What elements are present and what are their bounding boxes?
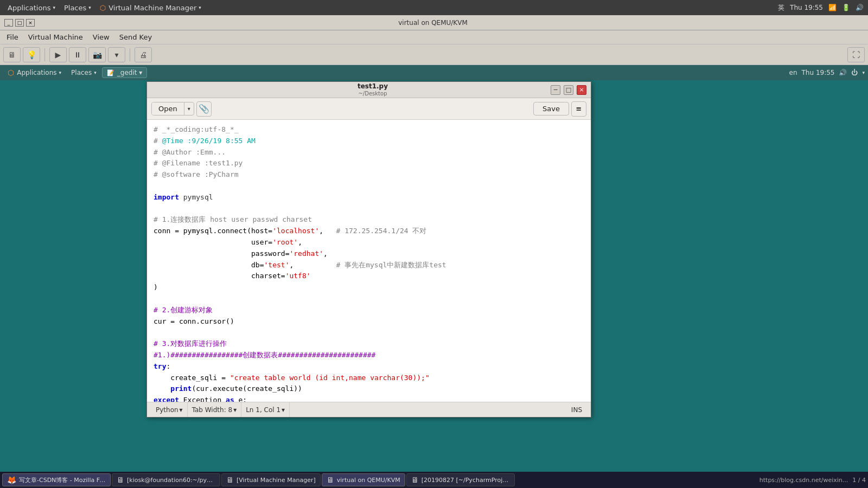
taskbar-pager: 1 / 4 (852, 477, 866, 484)
tab-width-label: Tab Width: 8 (192, 406, 232, 414)
top-system-bar: Applications ▾ Places ▾ ⬡ Virtual Machin… (0, 0, 868, 15)
topbar-battery-icon: 🔋 (842, 4, 850, 11)
language-label: Python (156, 406, 178, 414)
qemu-menu-file[interactable]: File (2, 32, 23, 42)
taskbar-qemu[interactable]: 🖥 virtual on QEMU/KVM (322, 473, 405, 486)
qemu-menu-view[interactable]: View (88, 32, 114, 42)
gedit-maximize-button[interactable]: □ (564, 85, 573, 95)
topbar-lang[interactable]: 英 (778, 3, 784, 12)
inner-vm-logo-icon: ⬡ (8, 68, 14, 77)
firefox-label: 写文章-CSDN博客 - Mozilla Firefox (19, 476, 106, 484)
toolbar-screenshot-button[interactable]: 📷 (88, 47, 106, 62)
vmmgr-logo-icon: ⬡ (100, 4, 106, 12)
vm-desktop: ⬡ Applications ▾ Places ▾ 📝 _gedit ▾ en … (0, 65, 868, 472)
terminal-icon: 🖥 (117, 476, 124, 484)
qemu-titlebar: _ □ × virtual on QEMU/KVM (0, 15, 868, 30)
tab-width-selector[interactable]: Tab Width: 8 ▾ (192, 406, 237, 414)
qemu-toolbar: 🖥 💡 ▶ ⏸ 📷 ▾ 🖨 ⛶ (0, 44, 868, 65)
position-selector[interactable]: Ln 1, Col 1 ▾ (246, 406, 285, 414)
qemu-close-button[interactable]: × (26, 19, 35, 27)
topbar-places-arrow: ▾ (88, 5, 91, 10)
insert-mode-label: INS (571, 406, 582, 414)
toolbar-print-button[interactable]: 🖨 (135, 47, 152, 62)
inner-lang[interactable]: en (789, 69, 797, 76)
language-arrow: ▾ (180, 406, 183, 414)
gedit-save-button[interactable]: Save (533, 102, 569, 115)
toolbar-usb-button[interactable]: 💡 (23, 47, 40, 62)
gedit-window: test1.py ~/Desktop − □ × Open ▾ 📎 Save ≡… (146, 81, 591, 418)
position-arrow: ▾ (282, 406, 285, 414)
gedit-hamburger-button[interactable]: ≡ (571, 101, 586, 117)
qemu-taskbar-label: virtual on QEMU/KVM (337, 477, 400, 484)
vmmgr-taskbar-icon: 🖥 (226, 476, 234, 484)
toolbar-fullscreen-button[interactable]: ⛶ (847, 47, 865, 62)
topbar-applications-arrow: ▾ (53, 5, 55, 10)
tab-width-arrow: ▾ (233, 406, 237, 414)
language-selector[interactable]: Python ▾ (156, 406, 183, 414)
pycharm-taskbar-label: [20190827 [~/PycharmProjects/... (422, 477, 510, 484)
qemu-menu-sendkey[interactable]: Send Key (115, 32, 156, 42)
gedit-toolbar: Open ▾ 📎 Save ≡ (147, 98, 591, 120)
inner-taskbar: ⬡ Applications ▾ Places ▾ 📝 _gedit ▾ en … (0, 65, 868, 80)
inner-power-arrow: ▾ (862, 70, 865, 75)
inner-power-icon: ⏻ (851, 69, 858, 76)
qemu-minimize-button[interactable]: _ (4, 19, 13, 27)
toolbar-pause-button[interactable]: ⏸ (69, 47, 86, 62)
gedit-statusbar: Python ▾ Tab Width: 8 ▾ Ln 1, Col 1 ▾ IN… (147, 402, 591, 417)
gedit-icon: 📝 (107, 69, 114, 76)
inner-volume-icon: 🔊 (839, 69, 847, 76)
topbar-wifi-icon: 📶 (828, 4, 837, 11)
inner-time: Thu 19:55 (802, 69, 835, 76)
topbar-vmmgr-label: Virtual Machine Manager (108, 4, 196, 12)
qemu-window-title: virtual on QEMU/KVM (35, 19, 831, 27)
taskbar-firefox[interactable]: 🦊 写文章-CSDN博客 - Mozilla Firefox (2, 473, 111, 486)
taskbar-url: https://blog.csdn.net/weixin... (760, 477, 848, 484)
toolbar-separator-1 (44, 48, 45, 61)
taskbar-terminal[interactable]: 🖥 [kiosk@foundation60:~/pycharm/... (112, 473, 220, 486)
taskbar-vmmgr[interactable]: 🖥 [Virtual Machine Manager] (221, 473, 321, 486)
inner-places-button[interactable]: Places ▾ (67, 68, 101, 78)
toolbar-separator-2 (130, 48, 130, 61)
gedit-subtitle: ~/Desktop (358, 91, 387, 97)
position-label: Ln 1, Col 1 (246, 406, 280, 414)
inner-gedit-button[interactable]: 📝 _gedit ▾ (102, 67, 148, 78)
topbar-time: Thu 19:55 (790, 4, 823, 11)
gedit-open-label: Open (152, 102, 184, 115)
gedit-close-button[interactable]: × (577, 85, 586, 95)
topbar-applications[interactable]: Applications ▾ (4, 3, 59, 13)
toolbar-dropdown-button[interactable]: ▾ (108, 47, 125, 62)
gedit-minimize-button[interactable]: − (551, 85, 560, 95)
qemu-menu-virtualmachine[interactable]: Virtual Machine (24, 32, 87, 42)
inner-gedit-label: _gedit ▾ (117, 69, 143, 76)
topbar-vmmgr-arrow: ▾ (199, 5, 201, 10)
terminal-label: [kiosk@foundation60:~/pycharm/... (127, 477, 215, 484)
code-editor[interactable]: # _*_coding:utf-8_*_ # @Time :9/26/19 8:… (147, 120, 591, 402)
taskbar-pycharm[interactable]: 🖥 [20190827 [~/PycharmProjects/... (406, 473, 515, 486)
topbar-vmmgr[interactable]: ⬡ Virtual Machine Manager ▾ (97, 3, 205, 13)
gedit-titlebar: test1.py ~/Desktop − □ × (147, 82, 591, 98)
qemu-taskbar-icon: 🖥 (327, 476, 334, 484)
topbar-places[interactable]: Places ▾ (61, 3, 94, 13)
gedit-title: test1.py (358, 82, 388, 90)
topbar-applications-label: Applications (8, 4, 50, 12)
inner-applications-label: Applications (17, 69, 56, 76)
topbar-places-label: Places (64, 4, 86, 12)
inner-applications-arrow: ▾ (59, 70, 62, 75)
toolbar-play-button[interactable]: ▶ (49, 47, 67, 62)
firefox-icon: 🦊 (7, 476, 16, 484)
inner-places-arrow: ▾ (94, 70, 97, 75)
gedit-open-arrow-icon: ▾ (184, 104, 194, 114)
bottom-taskbar: 🦊 写文章-CSDN博客 - Mozilla Firefox 🖥 [kiosk@… (0, 472, 868, 488)
pycharm-taskbar-icon: 🖥 (411, 476, 419, 484)
toolbar-display-button[interactable]: 🖥 (3, 47, 21, 62)
inner-applications-button[interactable]: ⬡ Applications ▾ (3, 67, 66, 78)
topbar-volume-icon: 🔊 (856, 4, 864, 11)
inner-places-label: Places (71, 69, 92, 76)
gedit-attach-button[interactable]: 📎 (196, 101, 212, 117)
vmmgr-taskbar-label: [Virtual Machine Manager] (237, 477, 316, 484)
gedit-open-button[interactable]: Open ▾ (151, 102, 194, 115)
qemu-maximize-button[interactable]: □ (15, 19, 24, 27)
qemu-menubar: File Virtual Machine View Send Key (0, 30, 868, 44)
